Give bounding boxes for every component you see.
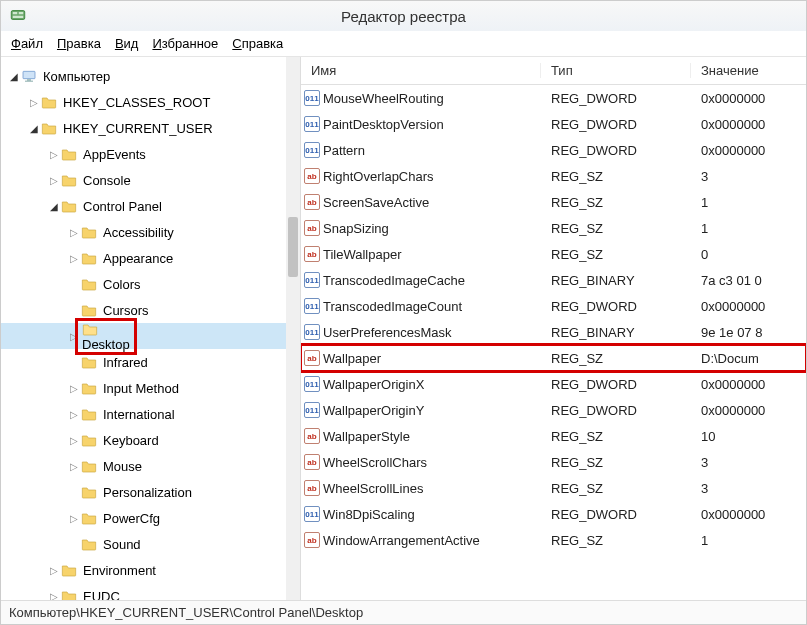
expander-icon[interactable]: ◢ [7, 71, 21, 82]
tree-item-label: International [103, 407, 175, 422]
row-type: REG_SZ [541, 455, 691, 470]
row-type: REG_DWORD [541, 403, 691, 418]
list-header[interactable]: Имя Тип Значение [301, 57, 806, 85]
value-row-wallpaperoriginy[interactable]: 011WallpaperOriginYREG_DWORD0x0000000 [301, 397, 806, 423]
folder-icon [61, 172, 79, 188]
tree-item-компьютер[interactable]: ◢Компьютер [1, 63, 286, 89]
expander-icon[interactable]: ▷ [27, 97, 41, 108]
tree-item-appearance[interactable]: ▷Appearance [1, 245, 286, 271]
value-row-wallpaper[interactable]: abWallpaperREG_SZD:\Docum [301, 345, 806, 371]
value-row-pattern[interactable]: 011PatternREG_DWORD0x0000000 [301, 137, 806, 163]
expander-icon[interactable]: ▷ [67, 227, 81, 238]
value-row-wheelscrollchars[interactable]: abWheelScrollCharsREG_SZ3 [301, 449, 806, 475]
value-row-rightoverlapchars[interactable]: abRightOverlapCharsREG_SZ3 [301, 163, 806, 189]
expander-icon[interactable]: ◢ [27, 123, 41, 134]
folder-icon [81, 458, 99, 474]
col-header-type[interactable]: Тип [541, 63, 691, 78]
tree-item-personalization[interactable]: Personalization [1, 479, 286, 505]
value-row-wallpaperoriginx[interactable]: 011WallpaperOriginXREG_DWORD0x0000000 [301, 371, 806, 397]
expander-icon[interactable]: ▷ [67, 435, 81, 446]
folder-icon [81, 484, 99, 500]
reg-binary-icon: 011 [304, 324, 320, 340]
tree-item-label: Colors [103, 277, 141, 292]
row-type: REG_SZ [541, 533, 691, 548]
expander-icon[interactable]: ▷ [47, 565, 61, 576]
expander-icon[interactable]: ▷ [67, 409, 81, 420]
tree-item-powercfg[interactable]: ▷PowerCfg [1, 505, 286, 531]
expander-icon[interactable]: ◢ [47, 201, 61, 212]
tree-item-hkey_current_user[interactable]: ◢HKEY_CURRENT_USER [1, 115, 286, 141]
tree-item-accessibility[interactable]: ▷Accessibility [1, 219, 286, 245]
row-name: TranscodedImageCache [323, 273, 541, 288]
col-header-value[interactable]: Значение [691, 63, 806, 78]
tree-item-label: AppEvents [83, 147, 146, 162]
tree-item-eudc[interactable]: ▷EUDC [1, 583, 286, 600]
reg-string-icon: ab [304, 220, 320, 236]
tree-item-label: Компьютер [43, 69, 110, 84]
tree-item-international[interactable]: ▷International [1, 401, 286, 427]
tree-item-label: HKEY_CURRENT_USER [63, 121, 213, 136]
tree-item-hkey_classes_root[interactable]: ▷HKEY_CLASSES_ROOT [1, 89, 286, 115]
expander-icon[interactable]: ▷ [47, 149, 61, 160]
tree-item-desktop[interactable]: ▷Desktop [1, 323, 286, 349]
menu-правка[interactable]: Правка [57, 36, 101, 51]
expander-icon[interactable]: ▷ [47, 175, 61, 186]
expander-icon[interactable]: ▷ [67, 461, 81, 472]
tree-item-console[interactable]: ▷Console [1, 167, 286, 193]
value-row-userpreferencesmask[interactable]: 011UserPreferencesMaskREG_BINARY9e 1e 07… [301, 319, 806, 345]
value-row-windowarrangementactive[interactable]: abWindowArrangementActiveREG_SZ1 [301, 527, 806, 553]
value-row-win8dpiscaling[interactable]: 011Win8DpiScalingREG_DWORD0x0000000 [301, 501, 806, 527]
row-icon: 011 [301, 324, 323, 340]
tree-item-cursors[interactable]: Cursors [1, 297, 286, 323]
row-name: WindowArrangementActive [323, 533, 541, 548]
value-row-paintdesktopversion[interactable]: 011PaintDesktopVersionREG_DWORD0x0000000 [301, 111, 806, 137]
folder-icon [81, 380, 99, 396]
tree-item-control-panel[interactable]: ◢Control Panel [1, 193, 286, 219]
menu-избранное[interactable]: Избранное [152, 36, 218, 51]
row-value: 3 [691, 455, 806, 470]
row-value: 0x0000000 [691, 377, 806, 392]
value-row-snapsizing[interactable]: abSnapSizingREG_SZ1 [301, 215, 806, 241]
tree-item-infrared[interactable]: Infrared [1, 349, 286, 375]
tree-scrollbar[interactable] [286, 57, 300, 600]
expander-icon[interactable]: ▷ [47, 591, 61, 601]
row-icon: ab [301, 168, 323, 184]
tree-item-mouse[interactable]: ▷Mouse [1, 453, 286, 479]
value-row-tilewallpaper[interactable]: abTileWallpaperREG_SZ0 [301, 241, 806, 267]
svg-rect-4 [23, 71, 35, 78]
reg-string-icon: ab [304, 246, 320, 262]
value-row-transcodedimagecount[interactable]: 011TranscodedImageCountREG_DWORD0x000000… [301, 293, 806, 319]
expander-icon[interactable]: ▷ [67, 513, 81, 524]
menu-справка[interactable]: Справка [232, 36, 283, 51]
col-header-name[interactable]: Имя [301, 63, 541, 78]
row-name: PaintDesktopVersion [323, 117, 541, 132]
tree-item-sound[interactable]: Sound [1, 531, 286, 557]
tree-item-keyboard[interactable]: ▷Keyboard [1, 427, 286, 453]
value-row-screensaveactive[interactable]: abScreenSaveActiveREG_SZ1 [301, 189, 806, 215]
titlebar: Редактор реестра [1, 1, 806, 31]
row-icon: 011 [301, 116, 323, 132]
expander-icon[interactable]: ▷ [67, 383, 81, 394]
expander-icon[interactable]: ▷ [67, 253, 81, 264]
tree-item-environment[interactable]: ▷Environment [1, 557, 286, 583]
value-row-transcodedimagecache[interactable]: 011TranscodedImageCacheREG_BINARY7a c3 0… [301, 267, 806, 293]
status-path: Компьютер\HKEY_CURRENT_USER\Control Pane… [9, 605, 363, 620]
tree-item-input-method[interactable]: ▷Input Method [1, 375, 286, 401]
window-title: Редактор реестра [1, 8, 806, 25]
reg-string-icon: ab [304, 350, 320, 366]
row-value: 10 [691, 429, 806, 444]
reg-string-icon: ab [304, 532, 320, 548]
menu-файл[interactable]: Файл [11, 36, 43, 51]
folder-icon [61, 146, 79, 162]
row-type: REG_DWORD [541, 117, 691, 132]
value-row-wallpaperstyle[interactable]: abWallpaperStyleREG_SZ10 [301, 423, 806, 449]
svg-rect-6 [25, 81, 33, 82]
tree-item-appevents[interactable]: ▷AppEvents [1, 141, 286, 167]
scrollbar-thumb[interactable] [288, 217, 298, 277]
tree-item-label: Control Panel [83, 199, 162, 214]
menu-вид[interactable]: Вид [115, 36, 139, 51]
row-type: REG_DWORD [541, 377, 691, 392]
tree-item-colors[interactable]: Colors [1, 271, 286, 297]
value-row-mousewheelrouting[interactable]: 011MouseWheelRoutingREG_DWORD0x0000000 [301, 85, 806, 111]
value-row-wheelscrolllines[interactable]: abWheelScrollLinesREG_SZ3 [301, 475, 806, 501]
